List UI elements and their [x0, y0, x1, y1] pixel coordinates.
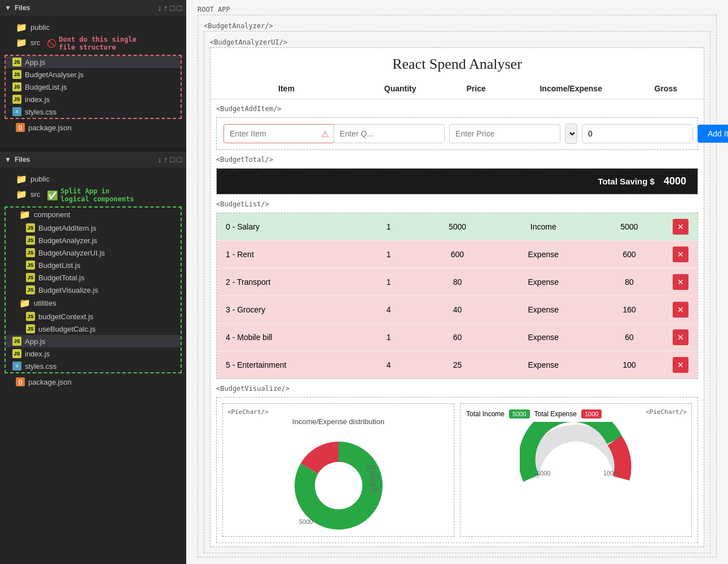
tree-item-src2[interactable]: 📁 src	[0, 187, 45, 201]
tree-item-src1[interactable]: 📁 src	[0, 36, 45, 50]
donut-chart-1: 600 80 160 60 100 5000	[282, 429, 395, 531]
tree-item-budgettotal[interactable]: JS BudgetTotal.js	[6, 271, 181, 284]
tree-item-budgetlist1[interactable]: JS BudgetList.js	[6, 81, 181, 93]
tree-item-styles1[interactable]: ≡ styles.css	[6, 105, 181, 118]
tree-item-budgetanalyser[interactable]: JS BudgetAnalyser.js	[6, 68, 181, 81]
section2-icons: ↓ ↑ □ □	[157, 155, 182, 164]
row-gross: 5000	[595, 217, 664, 237]
tree-item-public1[interactable]: 📁 public	[0, 20, 186, 34]
check-icon: ✅	[47, 190, 58, 201]
tree-item-budgetlist2[interactable]: JS BudgetList.js	[6, 259, 181, 271]
tree-item-label: package.json	[28, 124, 72, 132]
tree-item-package2[interactable]: {} package.json	[0, 376, 186, 388]
tree-item-budgetanalyzer2[interactable]: JS BudgetAnalyzer.js	[6, 234, 181, 246]
dashed-green-box: 📁 component JS BudgetAddItem.js JS Budge…	[5, 206, 182, 373]
chevron-down-icon: ▼	[5, 156, 11, 164]
row-gross: 600	[595, 244, 664, 265]
tree-item-package1[interactable]: {} package.json	[0, 121, 186, 134]
delete-button[interactable]: ✕	[673, 357, 688, 373]
budget-total-bar: Total Saving $ 4000	[217, 169, 698, 194]
chart-1: <PieChart/> Income/Expense distribution	[222, 403, 454, 537]
tree-item-index2[interactable]: JS index.js	[6, 347, 181, 360]
file-section-2: ▼ Files ↓ ↑ □ □ 📁 public 📁 src ✅ Split A…	[0, 152, 186, 402]
row-name: 2 - Transport	[217, 272, 354, 292]
folder-icon: 📁	[16, 174, 27, 184]
row-gross: 60	[595, 327, 664, 347]
js-icon: JS	[12, 70, 21, 79]
delete-button[interactable]: ✕	[673, 274, 688, 290]
row-price: 5000	[423, 217, 492, 237]
tree-item-budgetvisualize[interactable]: JS BudgetVisualize.js	[6, 284, 181, 296]
js-icon: JS	[26, 236, 35, 245]
tree-item-label: src	[30, 190, 40, 199]
chart-1-title: Income/Expense distribution	[229, 417, 448, 426]
left-panel: ▼ Files ↓ ↑ □ □ 📁 public 📁 src 🚫 Dont do…	[0, 0, 186, 564]
folder-icon: 📁	[19, 298, 30, 309]
tree-item-label: index.js	[25, 350, 50, 358]
price-input[interactable]	[449, 124, 560, 143]
js-icon: JS	[12, 337, 21, 346]
tree-item-appjs2[interactable]: JS App.js	[6, 335, 181, 347]
table-row: 4 - Mobile bill 1 60 Expense 60 ✕	[217, 324, 698, 351]
type-select[interactable]: Expense Income	[565, 124, 577, 144]
tree-item-public2[interactable]: 📁 public	[0, 172, 186, 186]
budget-box: React Spend Analyser Item Quantity Price…	[210, 47, 704, 547]
tree-item-index1[interactable]: JS index.js	[6, 93, 181, 105]
delete-button[interactable]: ✕	[673, 329, 688, 345]
row-qty: 4	[354, 355, 423, 375]
svg-text:5000: 5000	[299, 518, 313, 525]
gauge-chart: 5000 1000	[520, 422, 633, 490]
tree-item-appjs1[interactable]: JS App.js	[6, 56, 181, 68]
file-section-header-2: ▼ Files ↓ ↑ □ □	[0, 152, 186, 168]
tree-item-label: styles.css	[25, 362, 56, 371]
budget-analyzer-tag: <BudgetAnalyzer/>	[204, 22, 711, 30]
table-row: 3 - Grocery 4 40 Expense 160 ✕	[217, 296, 698, 324]
table-row: 1 - Rent 1 600 Expense 600 ✕	[217, 241, 698, 268]
dashed-red-box: JS App.js JS BudgetAnalyser.js JS Budget…	[5, 55, 182, 119]
tree-item-label: utilities	[34, 299, 56, 307]
tree-item-label: index.js	[25, 95, 50, 104]
row-delete-cell: ✕	[664, 324, 698, 351]
budget-visualize-tag: <BudgetVisualize/>	[210, 382, 704, 394]
row-qty: 4	[354, 299, 423, 320]
tree-item-component-folder[interactable]: 📁 component	[6, 208, 181, 222]
row-price: 80	[423, 272, 492, 292]
folder-icon: 📁	[16, 189, 27, 200]
tree-item-label: useBudgetCalc.js	[38, 325, 95, 333]
delete-button[interactable]: ✕	[673, 302, 688, 318]
col-gross: Gross	[628, 78, 704, 99]
quantity-input[interactable]	[334, 124, 445, 143]
tree-item-label: budgetContext.js	[38, 312, 94, 321]
total-expense-badge: 1000	[581, 409, 602, 418]
tree-item-budgetanalyzerui[interactable]: JS BudgetAnalyzerUI.js	[6, 246, 181, 259]
tree-item-budgetcontext[interactable]: JS budgetContext.js	[6, 310, 181, 323]
tree-item-utilities-folder[interactable]: 📁 utilities	[6, 296, 181, 310]
row-gross: 100	[595, 355, 664, 375]
add-item-button[interactable]: Add Item	[698, 125, 728, 143]
js-icon: JS	[12, 58, 21, 67]
tree-item-label: BudgetAnalyser.js	[25, 70, 84, 79]
row-price: 40	[423, 299, 492, 320]
tree-item-usebudgetcalc[interactable]: JS useBudgetCalc.js	[6, 323, 181, 335]
row-delete-cell: ✕	[664, 213, 698, 240]
budget-list-section: 0 - Salary 1 5000 Income 5000 ✕ 1 - Rent…	[216, 213, 698, 379]
total-saving-value: 4000	[664, 175, 686, 187]
row-price: 600	[423, 244, 492, 265]
gross-input[interactable]	[582, 124, 693, 143]
delete-button[interactable]: ✕	[673, 219, 688, 235]
tree-item-budgetadditem[interactable]: JS BudgetAddItem.js	[6, 222, 181, 234]
tree-item-label: public	[30, 175, 50, 183]
delete-button[interactable]: ✕	[673, 246, 688, 262]
budget-analyzer-ui-tag: <BudgetAnalyzerUI/>	[210, 38, 704, 46]
col-item: Item	[210, 78, 362, 99]
row-gross: 160	[595, 299, 664, 320]
json-icon: {}	[16, 377, 25, 386]
row-type: Expense	[492, 355, 595, 375]
folder-icon: 📁	[19, 209, 30, 220]
folder-icon: 📁	[16, 37, 27, 48]
item-input[interactable]	[223, 124, 335, 143]
row-price: 25	[423, 355, 492, 375]
piechart-tag-2: <PieChart/>	[646, 408, 687, 416]
annotation-red-text: Dont do this singlefile structure	[59, 36, 136, 51]
tree-item-styles2[interactable]: ≡ styles.css	[6, 360, 181, 372]
